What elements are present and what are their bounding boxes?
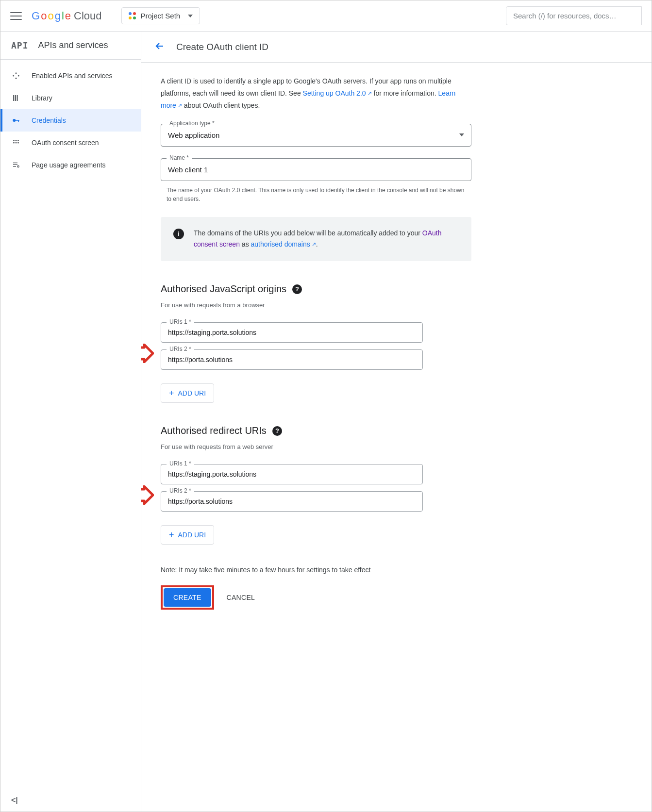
redirect-uri-1-input[interactable] (161, 464, 423, 484)
redirect-uris-heading: Authorised redirect URIs ? (161, 425, 471, 436)
svg-point-19 (17, 166, 19, 167)
note-text: Note: It may take five minutes to a few … (161, 566, 471, 574)
js-origin-uri-1-input[interactable] (161, 322, 423, 343)
field-label: URIs 1 * (167, 318, 194, 325)
info-icon: i (173, 229, 184, 239)
sidebar-item-library[interactable]: Library (0, 87, 141, 109)
top-bar: Google Cloud Project Seth Search (/) for… (0, 0, 652, 32)
js-origin-uri-2-field: URIs 2 * (161, 349, 423, 370)
application-type-value: Web application (168, 131, 219, 139)
svg-rect-16 (13, 163, 17, 164)
field-label: URIs 1 * (167, 460, 194, 467)
annotation-arrow-icon (141, 344, 154, 363)
svg-rect-6 (17, 95, 18, 101)
agreements-icon (11, 160, 21, 170)
create-button[interactable]: CREATE (164, 588, 211, 607)
google-cloud-logo[interactable]: Google Cloud (32, 10, 102, 22)
name-helper-text: The name of your OAuth 2.0 client. This … (161, 186, 471, 203)
sidebar-item-label: Enabled APIs and services (32, 72, 113, 80)
svg-point-12 (17, 140, 19, 141)
field-label: Name * (167, 154, 192, 161)
application-type-field[interactable]: Application type * Web application (161, 124, 471, 147)
field-label: URIs 2 * (167, 346, 194, 352)
svg-rect-4 (13, 95, 14, 101)
js-origin-uri-1-field: URIs 1 * (161, 322, 423, 343)
cancel-button[interactable]: CANCEL (224, 593, 258, 602)
page-title: Create OAuth client ID (176, 42, 268, 52)
sidebar-item-oauth-consent[interactable]: OAuth consent screen (0, 132, 141, 154)
sidebar-item-label: Credentials (32, 116, 66, 124)
svg-point-1 (13, 75, 14, 77)
svg-rect-9 (18, 120, 19, 122)
key-icon (11, 116, 21, 125)
svg-point-14 (16, 142, 17, 144)
hamburger-menu-icon[interactable] (10, 12, 22, 20)
chevron-down-icon (188, 15, 193, 17)
link-setup-oauth[interactable]: Setting up OAuth 2.0 (303, 89, 372, 97)
search-input[interactable]: Search (/) for resources, docs… (506, 6, 642, 25)
intro-text: A client ID is used to identify a single… (161, 75, 471, 112)
sidebar-item-label: Page usage agreements (32, 161, 106, 169)
field-label: Application type * (167, 120, 217, 127)
svg-rect-5 (15, 95, 16, 101)
svg-point-15 (17, 142, 19, 144)
sidebar-header: API APIs and services (0, 32, 141, 60)
svg-point-7 (13, 119, 16, 122)
back-arrow-icon[interactable] (154, 40, 166, 53)
redirect-uri-1-field: URIs 1 * (161, 464, 423, 484)
name-input[interactable] (161, 158, 471, 181)
plus-icon: + (169, 530, 174, 539)
project-name: Project Seth (141, 12, 181, 20)
plus-icon: + (169, 389, 174, 398)
svg-point-2 (18, 75, 19, 77)
sidebar-item-credentials[interactable]: Credentials (0, 109, 141, 132)
main-content: Create OAuth client ID A client ID is us… (141, 32, 652, 812)
svg-point-3 (16, 78, 17, 79)
consent-icon (11, 138, 21, 148)
svg-point-13 (13, 142, 15, 144)
project-dots-icon (129, 12, 136, 19)
sidebar-item-enabled-apis[interactable]: Enabled APIs and services (0, 65, 141, 87)
sidebar-item-label: OAuth consent screen (32, 139, 99, 147)
svg-point-11 (16, 140, 17, 141)
field-label: URIs 2 * (167, 487, 194, 494)
redirect-uri-2-field: URIs 2 * (161, 491, 423, 512)
sidebar-item-page-usage[interactable]: Page usage agreements (0, 154, 141, 176)
svg-rect-18 (13, 166, 16, 167)
link-authorised-domains[interactable]: authorised domains (251, 240, 316, 248)
sidebar: API APIs and services Enabled APIs and s… (0, 32, 141, 812)
svg-point-0 (16, 72, 17, 74)
redirect-uris-subtitle: For use with requests from a web server (161, 443, 471, 450)
library-icon (11, 93, 21, 103)
redirect-uri-2-input[interactable] (161, 491, 423, 512)
diamond-icon (11, 71, 21, 81)
chevron-down-icon (459, 133, 464, 136)
svg-rect-17 (13, 165, 17, 166)
api-icon: API (11, 40, 29, 50)
js-origins-subtitle: For use with requests from a browser (161, 301, 471, 309)
help-icon[interactable]: ? (292, 284, 302, 294)
js-origin-uri-2-input[interactable] (161, 349, 423, 370)
js-origins-heading: Authorised JavaScript origins ? (161, 283, 471, 295)
help-icon[interactable]: ? (272, 426, 282, 436)
name-field: Name * (161, 158, 471, 181)
project-picker[interactable]: Project Seth (121, 7, 201, 24)
svg-point-10 (13, 140, 15, 141)
add-js-origin-uri-button[interactable]: + ADD URI (161, 383, 214, 403)
annotation-arrow-icon (141, 485, 154, 505)
sidebar-item-label: Library (32, 94, 52, 102)
info-panel: i The domains of the URIs you add below … (161, 217, 471, 262)
add-redirect-uri-button[interactable]: + ADD URI (161, 525, 214, 545)
annotation-highlight: CREATE (161, 585, 214, 610)
collapse-sidebar-icon[interactable]: <| (11, 796, 18, 805)
sidebar-title: APIs and services (38, 40, 108, 50)
